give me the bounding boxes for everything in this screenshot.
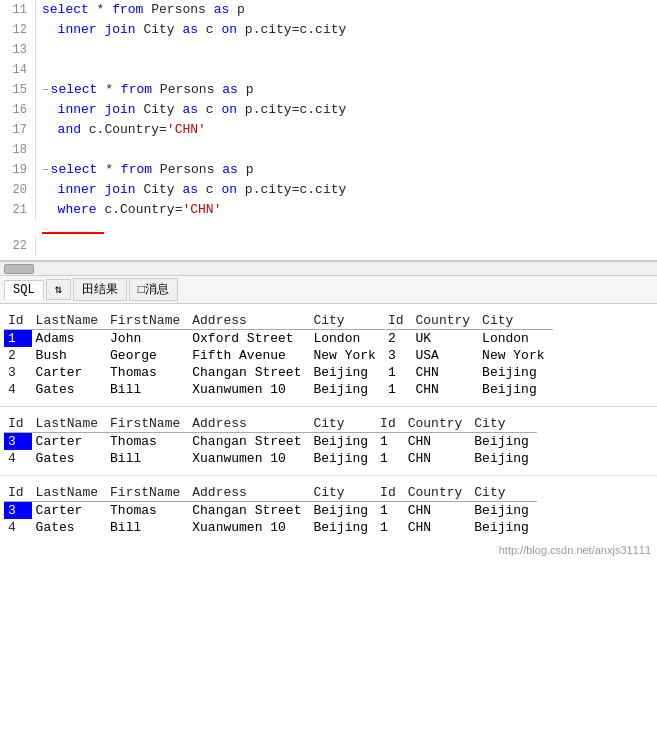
data-table-2: Id LastName FirstName Address City Id Co… (4, 415, 537, 467)
line-content: select * from Persons as p (42, 0, 657, 20)
col-header-city1: City (309, 415, 376, 433)
cell-city: London (309, 330, 383, 348)
cell-firstname: Bill (106, 381, 188, 398)
collapse-icon[interactable]: − (42, 164, 49, 176)
line-number: 13 (0, 40, 36, 60)
line-number: 18 (0, 140, 36, 160)
cell-id2: 1 (376, 433, 404, 451)
code-line-18: 18 (0, 140, 657, 160)
cell-address: Changan Street (188, 502, 309, 520)
line-content: inner join City as c on p.city=c.city (42, 20, 657, 40)
cell-city2: Beijing (470, 433, 537, 451)
col-header-address1: Address (188, 312, 309, 330)
cell-address: Changan Street (188, 364, 309, 381)
result-table-2: Id LastName FirstName Address City Id Co… (0, 407, 657, 476)
cell-address: Oxford Street (188, 330, 309, 348)
cell-country: CHN (404, 519, 471, 536)
code-editor: 11 select * from Persons as p 12 inner j… (0, 0, 657, 262)
code-line-19: 19 −select * from Persons as p (0, 160, 657, 180)
watermark: http://blog.csdn.net/anxjs31111 (499, 544, 651, 556)
cell-city2: Beijing (470, 519, 537, 536)
code-line-22: 22 (0, 236, 657, 256)
cell-city: Beijing (309, 433, 376, 451)
data-table-1: Id LastName FirstName Address City Id Co… (4, 312, 553, 398)
cell-city2: New York (478, 347, 552, 364)
cell-id: 2 (4, 347, 32, 364)
code-line-17: 17 and c.Country='CHN' (0, 120, 657, 140)
cell-id: 3 (4, 502, 32, 520)
col-header-country: Country (404, 415, 471, 433)
messages-tab[interactable]: □消息 (129, 278, 178, 301)
col-header-address: Address (188, 484, 309, 502)
cell-city2: Beijing (470, 502, 537, 520)
horizontal-scrollbar[interactable] (0, 262, 657, 276)
col-header-city2: City (470, 415, 537, 433)
results-area: Id LastName FirstName Address City Id Co… (0, 304, 657, 560)
cell-city: Beijing (309, 364, 383, 381)
code-line-12: 12 inner join City as c on p.city=c.city (0, 20, 657, 40)
line-number: 17 (0, 120, 36, 140)
cell-city2: Beijing (470, 450, 537, 467)
col-header-city2: City (478, 312, 552, 330)
cell-address: Xuanwumen 10 (188, 450, 309, 467)
col-header-lastname1: LastName (32, 312, 106, 330)
cell-firstname: Thomas (106, 502, 188, 520)
cell-lastname: Bush (32, 347, 106, 364)
sql-tab[interactable]: SQL (4, 280, 44, 300)
line-content: where c.Country='CHN' (42, 200, 657, 220)
col-header-city1: City (309, 484, 376, 502)
cell-lastname: Carter (32, 433, 106, 451)
cell-lastname: Carter (32, 364, 106, 381)
table-row: 4 Gates Bill Xuanwumen 10 Beijing 1 CHN … (4, 381, 553, 398)
cell-city: Beijing (309, 450, 376, 467)
code-line-13: 13 (0, 40, 657, 60)
cell-id2: 1 (376, 502, 404, 520)
cell-id: 4 (4, 519, 32, 536)
cell-city2: Beijing (478, 364, 552, 381)
line-number: 20 (0, 180, 36, 200)
cell-city2: Beijing (478, 381, 552, 398)
data-table-3: Id LastName FirstName Address City Id Co… (4, 484, 537, 536)
cell-city: Beijing (309, 519, 376, 536)
col-header-country1: Country (412, 312, 479, 330)
line-number: 21 (0, 200, 36, 220)
col-header-firstname: FirstName (106, 484, 188, 502)
col-header-id1: Id (4, 415, 32, 433)
cell-id: 3 (4, 433, 32, 451)
cell-id: 4 (4, 450, 32, 467)
line-content: and c.Country='CHN' (42, 120, 657, 140)
col-header-id2: Id (376, 415, 404, 433)
cell-city2: London (478, 330, 552, 348)
cell-country: CHN (412, 364, 479, 381)
sort-button[interactable]: ⇅ (46, 279, 71, 300)
cell-address: Fifth Avenue (188, 347, 309, 364)
cell-country: CHN (412, 381, 479, 398)
code-line-20: 20 inner join City as c on p.city=c.city (0, 180, 657, 200)
table-header-row: Id LastName FirstName Address City Id Co… (4, 415, 537, 433)
col-header-id2: Id (376, 484, 404, 502)
table-header-row: Id LastName FirstName Address City Id Co… (4, 484, 537, 502)
line-content: inner join City as c on p.city=c.city (42, 180, 657, 200)
cell-id: 1 (4, 330, 32, 348)
cell-country: CHN (404, 433, 471, 451)
cell-firstname: Bill (106, 519, 188, 536)
result-table-1: Id LastName FirstName Address City Id Co… (0, 304, 657, 407)
cell-id2: 1 (376, 450, 404, 467)
col-header-city2: City (470, 484, 537, 502)
table-row: 4 Gates Bill Xuanwumen 10 Beijing 1 CHN … (4, 519, 537, 536)
line-number: 12 (0, 20, 36, 40)
cell-city: New York (309, 347, 383, 364)
table-row: 3 Carter Thomas Changan Street Beijing 1… (4, 502, 537, 520)
collapse-icon[interactable]: − (42, 84, 49, 96)
scrollbar-thumb[interactable] (4, 264, 34, 274)
cell-country: CHN (404, 450, 471, 467)
col-header-lastname: LastName (32, 415, 106, 433)
cell-firstname: Thomas (106, 433, 188, 451)
grid-results-tab[interactable]: 田结果 (73, 278, 127, 301)
code-line-16: 16 inner join City as c on p.city=c.city (0, 100, 657, 120)
cell-city: Beijing (309, 381, 383, 398)
cell-id2: 1 (376, 519, 404, 536)
cell-lastname: Carter (32, 502, 106, 520)
line-number: 22 (0, 236, 36, 256)
table-row: 3 Carter Thomas Changan Street Beijing 1… (4, 433, 537, 451)
